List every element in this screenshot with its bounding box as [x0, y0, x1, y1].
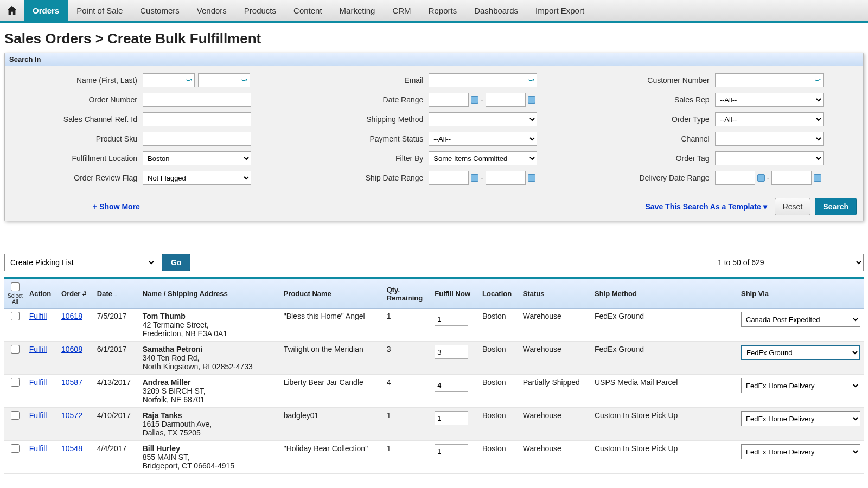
customer-number-input[interactable] — [715, 73, 824, 87]
fulfill-now-input[interactable] — [435, 444, 468, 458]
ship-via-select[interactable]: FedEx Home Delivery — [741, 378, 860, 393]
fulfill-link[interactable]: Fulfill — [29, 312, 47, 320]
nav-tab-dashboards[interactable]: Dashboards — [465, 0, 527, 21]
fulfill-now-input[interactable] — [435, 345, 468, 359]
order-link[interactable]: 10608 — [61, 345, 82, 354]
col-name-addr[interactable]: Name / Shipping Address — [139, 279, 280, 309]
last-name-input[interactable] — [198, 73, 250, 87]
row-checkbox[interactable] — [11, 378, 20, 387]
show-more-link[interactable]: +Show More — [93, 202, 140, 211]
calendar-icon[interactable] — [471, 96, 478, 104]
reset-button[interactable]: Reset — [775, 198, 811, 215]
label-product-sku: Product Sku — [5, 134, 141, 143]
fulfill-now-input[interactable] — [435, 411, 468, 425]
home-button[interactable] — [0, 0, 24, 21]
order-link[interactable]: 10587 — [61, 378, 82, 387]
table-row: Fulfill105874/13/2017Andrea Miller3209 S… — [4, 375, 864, 408]
col-order-no[interactable]: Order # — [58, 279, 94, 309]
ship-via-select[interactable]: FedEx Home Delivery — [741, 411, 860, 426]
delivery-date-to-input[interactable] — [771, 171, 812, 185]
delivery-date-from-input[interactable] — [715, 171, 755, 185]
order-tag-select[interactable] — [715, 151, 824, 165]
nav-tab-import-export[interactable]: Import Export — [527, 0, 593, 21]
order-link[interactable]: 10548 — [61, 444, 82, 453]
cell-status: Warehouse — [520, 309, 591, 342]
sales-rep-select[interactable]: --All-- — [715, 93, 824, 107]
save-search-template-link[interactable]: Save This Search As a Template▾ — [646, 202, 767, 211]
cell-address: Bill Hurley855 MAIN ST,Bridgeport, CT 06… — [139, 441, 280, 474]
row-checkbox[interactable] — [11, 312, 20, 320]
bulk-action-select[interactable]: Create Picking List — [4, 254, 156, 271]
cell-date: 4/10/2017 — [94, 408, 139, 441]
nav-tab-vendors[interactable]: Vendors — [188, 0, 235, 21]
first-name-input[interactable] — [143, 73, 195, 87]
ship-via-select[interactable]: Canada Post Expedited — [741, 312, 860, 327]
search-button[interactable]: Search — [815, 198, 857, 215]
cell-address: Raja Tanks1615 Darmouth Ave,Dallas, TX 7… — [139, 408, 280, 441]
col-fulfill-now[interactable]: Fulfill Now — [431, 279, 479, 309]
row-checkbox[interactable] — [11, 345, 20, 354]
cell-ship-method: USPS Media Mail Parcel — [591, 375, 738, 408]
ship-via-select[interactable]: FedEx Home Delivery — [741, 444, 860, 459]
fulfill-link[interactable]: Fulfill — [29, 411, 47, 420]
shipping-method-select[interactable] — [429, 112, 537, 126]
date-from-input[interactable] — [429, 93, 469, 107]
nav-tab-marketing[interactable]: Marketing — [331, 0, 384, 21]
cell-qty-remaining: 1 — [384, 309, 432, 342]
col-status[interactable]: Status — [520, 279, 591, 309]
chevron-down-icon: ▾ — [763, 202, 767, 211]
order-type-select[interactable]: --All-- — [715, 112, 824, 126]
col-product[interactable]: Product Name — [280, 279, 384, 309]
go-button[interactable]: Go — [162, 254, 190, 271]
fulfill-now-input[interactable] — [435, 312, 468, 326]
col-ship-method[interactable]: Ship Method — [591, 279, 738, 309]
date-to-input[interactable] — [486, 93, 526, 107]
cell-location: Boston — [479, 309, 520, 342]
ship-via-select[interactable]: FedEx Ground — [741, 345, 860, 360]
channel-select[interactable] — [715, 132, 824, 146]
calendar-icon[interactable] — [528, 174, 535, 182]
label-date-range: Date Range — [291, 95, 426, 104]
label-filter-by: Filter By — [291, 154, 426, 163]
product-sku-input[interactable] — [143, 132, 251, 146]
nav-tab-crm[interactable]: CRM — [384, 0, 419, 21]
col-qty-remaining[interactable]: Qty.Remaining — [384, 279, 432, 309]
nav-tab-reports[interactable]: Reports — [420, 0, 466, 21]
nav-tab-customers[interactable]: Customers — [131, 0, 188, 21]
ship-date-from-input[interactable] — [429, 171, 469, 185]
fulfill-now-input[interactable] — [435, 378, 468, 392]
fulfill-link[interactable]: Fulfill — [29, 444, 47, 453]
nav-tab-products[interactable]: Products — [235, 0, 285, 21]
fulfill-link[interactable]: Fulfill — [29, 378, 47, 387]
cell-ship-method: FedEx Ground — [591, 342, 738, 375]
col-location[interactable]: Location — [479, 279, 520, 309]
payment-status-select[interactable]: --All-- — [429, 132, 537, 146]
order-link[interactable]: 10618 — [61, 312, 82, 320]
sales-channel-ref-input[interactable] — [143, 112, 251, 126]
col-select-all: Select All — [4, 279, 26, 309]
calendar-icon[interactable] — [471, 174, 478, 182]
nav-tab-content[interactable]: Content — [285, 0, 331, 21]
order-review-flag-select[interactable]: Not Flagged — [143, 171, 251, 185]
label-customer-number: Customer Number — [577, 76, 713, 85]
calendar-icon[interactable] — [528, 96, 535, 104]
order-link[interactable]: 10572 — [61, 411, 82, 420]
col-date[interactable]: Date ↓ — [94, 279, 139, 309]
select-all-checkbox[interactable] — [11, 282, 20, 291]
row-checkbox[interactable] — [11, 444, 20, 453]
cell-qty-remaining: 4 — [384, 375, 432, 408]
email-input[interactable] — [429, 73, 537, 87]
calendar-icon[interactable] — [814, 174, 821, 182]
col-ship-via[interactable]: Ship Via — [738, 279, 864, 309]
fulfillment-location-select[interactable]: Boston — [143, 151, 251, 165]
nav-tab-orders[interactable]: Orders — [24, 0, 68, 21]
col-action[interactable]: Action — [26, 279, 58, 309]
pagination-select[interactable]: 1 to 50 of 629 — [712, 254, 864, 271]
calendar-icon[interactable] — [757, 174, 765, 182]
filter-by-select[interactable]: Some Items Committed — [429, 151, 537, 165]
ship-date-to-input[interactable] — [486, 171, 526, 185]
nav-tab-point-of-sale[interactable]: Point of Sale — [68, 0, 131, 21]
fulfill-link[interactable]: Fulfill — [29, 345, 47, 354]
row-checkbox[interactable] — [11, 411, 20, 420]
order-number-input[interactable] — [143, 93, 251, 107]
